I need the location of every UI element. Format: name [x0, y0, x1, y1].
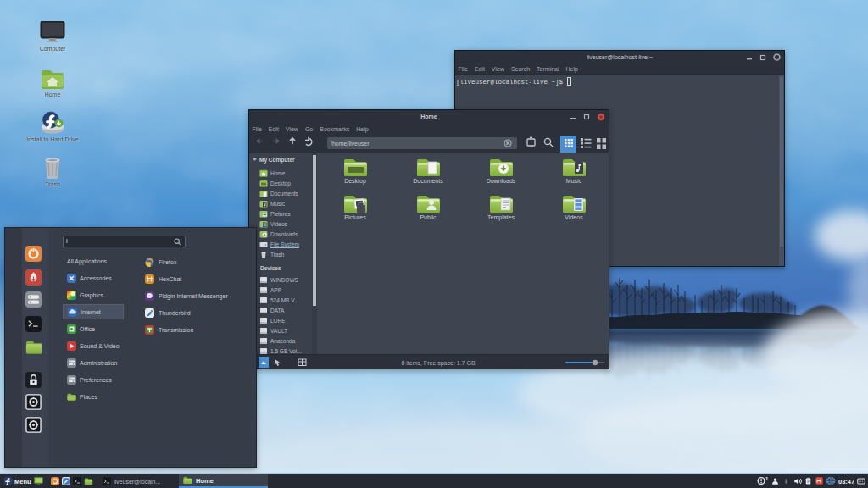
svg-text:/home/liveuser: /home/liveuser	[331, 141, 370, 147]
svg-text:8 items, Free space: 1.7 GB: 8 items, Free space: 1.7 GB	[401, 360, 475, 367]
